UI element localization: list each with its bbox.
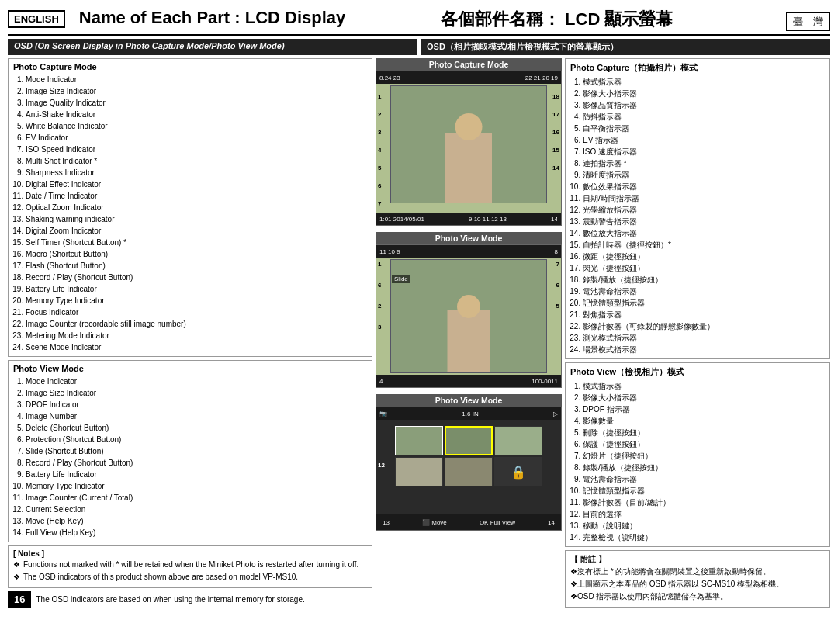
- taiwan-badge: 臺 灣: [786, 12, 830, 31]
- notes-zh-item3: ❖OSD 指示器以使用內部記憶體儲存為基準。: [570, 591, 825, 602]
- view-diagram2: 📷 1.6 IN ▷ 🔒: [376, 407, 562, 531]
- list-item: 光學縮放指示器: [583, 204, 825, 216]
- osd-banner: OSD (On Screen Display in Photo Capture …: [8, 39, 830, 55]
- list-item: Image Counter (recordable still image nu…: [26, 318, 367, 330]
- list-item: 影像大小指示器: [583, 88, 825, 99]
- notes-zh-item2: ❖上圖顯示之本產品的 OSD 指示器以 SC-MS10 模型為相機。: [570, 579, 825, 590]
- list-item: 數位放大指示器: [583, 227, 825, 239]
- view1-silhouette: [448, 310, 490, 372]
- thumbnail-lock: 🔒: [494, 457, 542, 486]
- list-item: DPOF 指示器: [583, 403, 825, 415]
- center-column: Photo Capture Mode 8.24 23 22 21 20 19 1…: [376, 58, 562, 608]
- view-mode-zh-list: 模式指示器 影像大小指示器 DPOF 指示器 影像數量 刪除（捷徑按鈕） 保護（…: [583, 380, 825, 543]
- view1-status-top: 11 10 9 8: [376, 245, 561, 258]
- page: ENGLISH Name of Each Part : LCD Display …: [0, 0, 838, 644]
- list-item: 影像計數器（目前/總計）: [583, 497, 825, 508]
- list-item: Macro (Shortcut Button): [26, 248, 367, 260]
- left-labels: 1 2 3 4 5 6 7: [378, 93, 381, 207]
- list-item: 幻燈片（捷徑按鈕）: [583, 450, 825, 462]
- view1-head: [457, 295, 480, 318]
- list-item: Memory Type Indicator: [26, 480, 367, 492]
- list-item: 清晰度指示器: [583, 169, 825, 181]
- list-item: Optical Zoom Indicator: [26, 202, 367, 213]
- list-item: Delete (Shortcut Button): [26, 422, 367, 434]
- lang-badge: ENGLISH: [8, 10, 65, 28]
- photo-head: [455, 113, 483, 140]
- list-item: Flash (Shortcut Button): [26, 260, 367, 272]
- list-item: 影像計數器（可錄製的靜態影像數量）: [583, 320, 825, 332]
- list-item: 錄製/播放（捷徑按鈕）: [583, 274, 825, 286]
- list-item: Record / Play (Shortcut Button): [26, 457, 367, 469]
- list-item: Image Size Indicator: [26, 85, 367, 97]
- notes-zh-title: 【 附註 】: [570, 554, 825, 565]
- list-item: 微距（捷徑按鈕）: [583, 251, 825, 262]
- right-labels: 18 17 16 15 14: [552, 93, 559, 171]
- capture-mode-zh-box: Photo Capture（拍攝相片）模式 模式指示器 影像大小指示器 影像品質…: [565, 58, 830, 359]
- list-item: 保護（捷徑按鈕）: [583, 438, 825, 450]
- list-item: Digital Effect Indicator: [26, 178, 367, 190]
- diamond-icon: ❖: [570, 580, 577, 588]
- list-item: Battery Life Indicator: [26, 283, 367, 295]
- list-item: Image Quality Indicator: [26, 97, 367, 109]
- diamond-icon: ❖: [13, 573, 20, 581]
- list-item: 影像大小指示器: [583, 392, 825, 403]
- header-row: ENGLISH Name of Each Part : LCD Display …: [8, 8, 830, 36]
- list-item: ISO Speed Indicator: [26, 144, 367, 155]
- thumbnail-selected: [445, 426, 493, 455]
- list-item: Shaking warning indicator: [26, 213, 367, 225]
- view1-photo-area: [390, 259, 547, 373]
- list-item: EV Indicator: [26, 132, 367, 144]
- list-item: Full View (Help Key): [26, 527, 367, 538]
- list-item: Sharpness Indicator: [26, 167, 367, 178]
- osd-left: OSD (On Screen Display in Photo Capture …: [8, 39, 417, 55]
- list-item: 數位效果指示器: [583, 181, 825, 192]
- list-item: Date / Time Indicator: [26, 190, 367, 202]
- view-diagram1-wrap: Photo View Mode 11 10 9 8 1 6 2 3: [376, 232, 562, 388]
- view-mode-zh-title: Photo View（檢視相片）模式: [570, 366, 825, 378]
- list-item: Self Timer (Shortcut Button) *: [26, 237, 367, 248]
- title-left: Name of Each Part : LCD Display: [79, 8, 413, 28]
- list-item: Slide (Shortcut Button): [26, 445, 367, 457]
- view1-status-bottom: 4 100-0011: [376, 375, 561, 387]
- capture-mode-zh-list: 模式指示器 影像大小指示器 影像品質指示器 防抖指示器 白平衡指示器 EV 指示…: [583, 76, 825, 355]
- list-item: DPOF Indicator: [26, 399, 367, 410]
- view-mode-en-box: Photo View Mode Mode Indicator Image Siz…: [8, 360, 372, 542]
- list-item: 記憶體類型指示器: [583, 297, 825, 309]
- list-item: 影像品質指示器: [583, 99, 825, 111]
- notes-zh-item1: ❖沒有標上 * 的功能將會在關閉裝置之後重新啟動時保留。: [570, 566, 825, 577]
- list-item: 電池壽命指示器: [583, 473, 825, 485]
- slide-indicator: Slide: [392, 275, 410, 283]
- list-item: Move (Help Key): [26, 515, 367, 527]
- list-item: Metering Mode Indicator: [26, 330, 367, 341]
- view1-right-labels: 7 6 5: [556, 261, 559, 310]
- capture-diagram-title: Photo Capture Mode: [376, 58, 562, 71]
- osd-right: OSD（相片擷取模式/相片檢視模式下的螢幕顯示）: [421, 39, 830, 55]
- list-item: Mode Indicator: [26, 376, 367, 387]
- page-num-box: 16 The OSD indicators are based on when …: [8, 591, 372, 608]
- list-item: Memory Type Indicator: [26, 295, 367, 306]
- list-item: 模式指示器: [583, 76, 825, 88]
- view1-left-labels: 1 6 2 3: [378, 261, 381, 331]
- left-column: Photo Capture Mode Mode Indicator Image …: [8, 58, 372, 608]
- list-item: Image Counter (Current / Total): [26, 492, 367, 504]
- view-diagram2-wrap: Photo View Mode 📷 1.6 IN ▷: [376, 394, 562, 531]
- list-item: 防抖指示器: [583, 111, 825, 123]
- view-diagram1-title: Photo View Mode: [376, 232, 562, 244]
- list-item: 記憶體類型指示器: [583, 485, 825, 497]
- list-item: 閃光（捷徑按鈕）: [583, 262, 825, 274]
- list-item: 電池壽命指示器: [583, 286, 825, 297]
- capture-diagram: 8.24 23 22 21 20 19 1 2 3 4 5 6 7: [376, 71, 562, 226]
- list-item: EV 指示器: [583, 134, 825, 146]
- list-item: Image Size Indicator: [26, 387, 367, 399]
- list-item: Record / Play (Shortcut Button): [26, 272, 367, 283]
- list-item: 白平衡指示器: [583, 123, 825, 134]
- capture-mode-en-list: Mode Indicator Image Size Indicator Imag…: [26, 74, 367, 353]
- list-item: Focus Indicator: [26, 306, 367, 318]
- list-item: 影像數量: [583, 415, 825, 427]
- list-item: Mode Indicator: [26, 74, 367, 85]
- list-item: 場景模式指示器: [583, 344, 825, 355]
- list-item: 對焦指示器: [583, 309, 825, 320]
- list-item: Battery Life Indicator: [26, 469, 367, 480]
- list-item: Scene Mode Indicator: [26, 341, 367, 353]
- list-item: 模式指示器: [583, 380, 825, 392]
